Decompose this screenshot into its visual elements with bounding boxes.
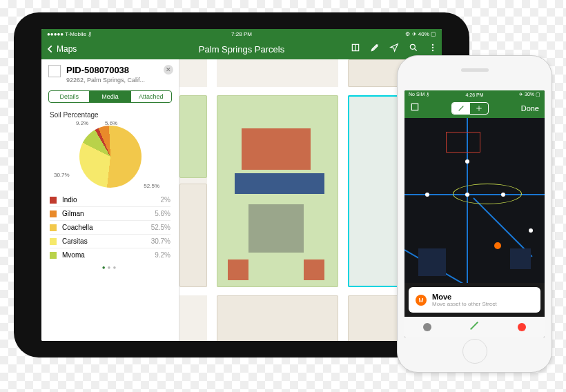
info-panel: PID-508070038 92262, Palm Springs, Calif…: [41, 59, 179, 341]
edit-mode-toggle[interactable]: [451, 102, 489, 115]
panel-header: PID-508070038 92262, Palm Springs, Calif…: [41, 59, 179, 88]
legend-swatch: [50, 210, 57, 217]
location-icon[interactable]: [389, 43, 399, 55]
pie-label: 5.6%: [105, 120, 117, 126]
legend-row: Carsitas30.7%: [50, 234, 170, 248]
iphone-toolbar: [404, 317, 545, 337]
iphone-screen: No SIM ⚷ 4:26 PM ✈ 30% ▢ Done: [404, 90, 545, 337]
tool-point[interactable]: [423, 323, 431, 331]
pie-label: 52.5%: [144, 183, 159, 189]
tab-attached[interactable]: Attached: [130, 91, 171, 102]
tool-record[interactable]: [518, 323, 526, 331]
legend-swatch: [50, 197, 57, 204]
status-time: 4:26 PM: [465, 92, 483, 97]
iphone-map-canvas[interactable]: [404, 118, 545, 283]
close-icon[interactable]: ✕: [164, 65, 173, 75]
done-button[interactable]: Done: [521, 104, 539, 112]
more-icon[interactable]: [428, 43, 438, 55]
svg-point-2: [432, 44, 433, 46]
status-right: ⚙ ✈ 40% ▢: [405, 31, 436, 37]
legend: Indio2%Gilman5.6%Coachella52.5%Carsitas3…: [41, 190, 179, 262]
tab-media[interactable]: Media: [89, 91, 130, 102]
legend-row: Indio2%: [50, 193, 170, 206]
card-subtitle: Move asset to other Street: [432, 301, 497, 307]
selected-marker[interactable]: [494, 242, 501, 249]
parcel-subtitle: 92262, Palm Springs, Calif...: [66, 77, 172, 84]
move-card[interactable]: M Move Move asset to other Street: [409, 287, 540, 313]
back-label: Maps: [57, 44, 77, 54]
legend-value: 30.7%: [151, 237, 170, 245]
legend-swatch: [50, 252, 57, 259]
svg-point-4: [432, 50, 433, 51]
svg-point-1: [410, 44, 415, 49]
legend-value: 2%: [161, 196, 170, 204]
bookmark-icon[interactable]: [351, 43, 360, 55]
legend-name: Gilman: [62, 210, 155, 217]
tool-line[interactable]: [469, 320, 480, 334]
legend-value: 9.2%: [155, 251, 170, 259]
legend-value: 5.6%: [155, 210, 170, 217]
status-left: No SIM ⚷: [409, 92, 429, 97]
search-icon[interactable]: [409, 43, 418, 55]
legend-name: Coachella: [62, 224, 151, 231]
mode-move[interactable]: [470, 103, 488, 114]
legend-name: Indio: [62, 196, 161, 204]
iphone-device: No SIM ⚷ 4:26 PM ✈ 30% ▢ Done: [397, 55, 552, 373]
pie-chart: 9.2% 5.6% 52.5% 30.7%: [41, 121, 179, 190]
layers-icon[interactable]: [410, 102, 420, 115]
svg-rect-5: [411, 104, 418, 110]
chevron-left-icon: [46, 44, 55, 54]
status-left: ●●●●● T-Mobile ⚷: [47, 31, 92, 37]
ipad-screen: ●●●●● T-Mobile ⚷ 7:28 PM ⚙ ✈ 40% ▢ Maps …: [41, 29, 442, 341]
status-right: ✈ 30% ▢: [519, 92, 540, 97]
status-time: 7:28 PM: [231, 31, 252, 37]
back-button[interactable]: Maps: [46, 44, 77, 54]
parcel-id: PID-508070038: [66, 65, 172, 75]
legend-row: Mvoma9.2%: [50, 248, 170, 262]
pie-label: 30.7%: [54, 172, 70, 178]
legend-value: 52.5%: [151, 224, 170, 231]
legend-row: Gilman5.6%: [50, 206, 170, 220]
legend-row: Coachella52.5%: [50, 220, 170, 234]
iphone-status-bar: No SIM ⚷ 4:26 PM ✈ 30% ▢: [404, 90, 545, 99]
ipad-status-bar: ●●●●● T-Mobile ⚷ 7:28 PM ⚙ ✈ 40% ▢: [41, 29, 442, 39]
edit-icon[interactable]: [370, 43, 380, 55]
mode-draw[interactable]: [452, 103, 470, 114]
marker-badge: M: [416, 295, 427, 306]
tab-details[interactable]: Details: [49, 91, 89, 102]
card-title: Move: [432, 293, 497, 301]
parcel-thumbnail: [48, 65, 61, 77]
iphone-nav-bar: Done: [404, 99, 545, 118]
page-title: Palm Springs Parcels: [199, 44, 284, 55]
legend-name: Mvoma: [62, 251, 155, 259]
legend-swatch: [50, 238, 57, 245]
legend-name: Carsitas: [62, 237, 151, 245]
legend-swatch: [50, 224, 57, 231]
pie-label: 9.2%: [76, 120, 88, 126]
svg-point-3: [432, 47, 433, 48]
segmented-control[interactable]: Details Media Attached: [48, 90, 172, 103]
ipad-nav-bar: Maps Palm Springs Parcels: [41, 39, 442, 59]
page-dots[interactable]: ●●●: [41, 262, 179, 273]
